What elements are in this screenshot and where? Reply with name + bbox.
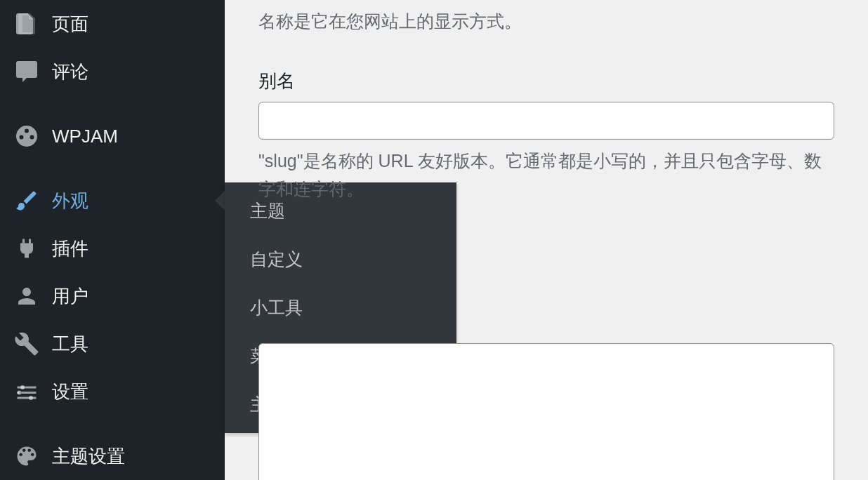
sidebar-item-comments[interactable]: 评论 <box>0 48 225 95</box>
sidebar-item-label: 工具 <box>52 332 88 356</box>
slug-label: 别名 <box>258 69 834 93</box>
sidebar-item-label: 评论 <box>52 60 88 84</box>
gauge-icon <box>13 122 41 150</box>
comments-icon <box>13 58 41 86</box>
brush-icon <box>13 187 41 215</box>
svg-point-0 <box>20 385 25 389</box>
sidebar-separator <box>0 415 225 432</box>
svg-point-1 <box>29 396 33 400</box>
plugin-icon <box>13 234 41 262</box>
sidebar-item-tools[interactable]: 工具 <box>0 320 225 368</box>
sidebar-item-settings[interactable]: 设置 <box>0 368 225 415</box>
sidebar-item-wpjam[interactable]: WPJAM <box>0 112 225 160</box>
sidebar-item-appearance[interactable]: 外观 <box>0 177 225 225</box>
admin-sidebar: 页面 评论 WPJAM 外观 插件 用户 工具 <box>0 0 225 480</box>
sidebar-item-users[interactable]: 用户 <box>0 272 225 320</box>
sidebar-item-label: 插件 <box>52 236 88 261</box>
settings-icon <box>13 378 41 406</box>
wrench-icon <box>13 330 41 358</box>
description-textarea[interactable] <box>258 343 834 480</box>
slug-input[interactable] <box>258 102 834 140</box>
sidebar-item-plugins[interactable]: 插件 <box>0 225 225 272</box>
sidebar-item-label: 页面 <box>52 12 88 36</box>
sidebar-item-label: 主题设置 <box>52 444 125 469</box>
palette-icon <box>13 442 41 470</box>
user-icon <box>13 282 41 310</box>
pages-icon <box>13 10 41 38</box>
sidebar-item-theme-settings[interactable]: 主题设置 <box>0 432 225 480</box>
sidebar-item-label: WPJAM <box>52 126 118 147</box>
sidebar-item-pages[interactable]: 页面 <box>0 0 225 48</box>
sidebar-item-label: 用户 <box>52 284 88 309</box>
sidebar-item-label: 外观 <box>52 189 88 213</box>
main-content: 名称是它在您网站上的显示方式。 别名 "slug"是名称的 URL 友好版本。它… <box>225 0 868 480</box>
sidebar-separator <box>0 160 225 177</box>
slug-help-text: "slug"是名称的 URL 友好版本。它通常都是小写的，并且只包含字母、数字和… <box>258 147 834 203</box>
sidebar-separator <box>0 95 225 112</box>
svg-point-2 <box>18 391 22 395</box>
name-help-text: 名称是它在您网站上的显示方式。 <box>258 7 834 35</box>
sidebar-item-label: 设置 <box>52 380 88 404</box>
